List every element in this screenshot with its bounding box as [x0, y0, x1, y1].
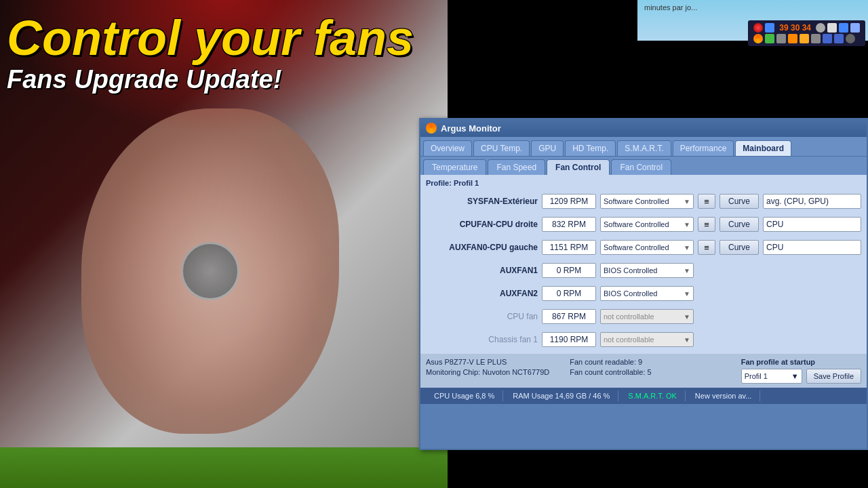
- rpm-cpufan-sys: 867 RPM: [542, 309, 596, 324]
- argus-window: Argus Monitor Overview CPU Temp. GPU HD …: [419, 118, 868, 450]
- tray-icon-blue: [765, 23, 774, 33]
- tab-overview[interactable]: Overview: [423, 140, 472, 156]
- curve-button-sysfan[interactable]: Curve: [719, 194, 759, 209]
- chevron-down-icon: ▼: [684, 290, 690, 298]
- profile-value: Profil 1: [745, 372, 768, 380]
- smart-status: S.M.A.R.T. OK: [620, 390, 686, 401]
- control-select-auxfan2[interactable]: BIOS Controlled ▼: [600, 286, 694, 301]
- fan-name-sysfan: SYSFAN-Extérieur: [426, 197, 538, 206]
- cpu-usage-status: CPU Usage 6,8 %: [426, 390, 503, 401]
- tab-gpu[interactable]: GPU: [531, 140, 564, 156]
- tray-icon-shield: [827, 23, 837, 33]
- tray-icon-flame: [753, 23, 763, 33]
- fan-image: [81, 108, 339, 434]
- startup-row: Profil 1 ▼ Save Profile: [741, 369, 861, 384]
- chevron-down-icon: ▼: [684, 221, 690, 228]
- tab2-temperature[interactable]: Temperature: [423, 159, 486, 175]
- save-profile-button[interactable]: Save Profile: [806, 369, 861, 384]
- tab-hd-temp[interactable]: HD Temp.: [565, 140, 616, 156]
- tray-icon-gray2: [811, 34, 821, 43]
- table-row: CPUFAN-CPU droite 832 RPM Software Contr…: [426, 214, 861, 235]
- table-row: Chassis fan 1 1190 RPM not controllable …: [426, 329, 861, 350]
- window-titlebar: Argus Monitor: [420, 119, 867, 137]
- tray-numbers: 39 30 34: [779, 23, 811, 33]
- profile-dropdown[interactable]: Profil 1 ▼: [741, 369, 802, 384]
- source-cpufan: CPU: [763, 217, 861, 232]
- chevron-down-icon: ▼: [684, 244, 690, 251]
- startup-section: Fan profile at startup Profil 1 ▼ Save P…: [741, 358, 861, 384]
- fan-rows: SYSFAN-Extérieur 1209 RPM Software Contr…: [426, 191, 861, 350]
- fan-name-cpufan: CPUFAN-CPU droite: [426, 220, 538, 229]
- main-content-area: Profile: Profil 1 SYSFAN-Extérieur 1209 …: [420, 175, 867, 354]
- ram-usage-status: RAM Usage 14,69 GB / 46 %: [505, 390, 618, 401]
- tab-smart[interactable]: S.M.A.R.T.: [617, 140, 671, 156]
- tray-icon-gray: [776, 34, 786, 43]
- app-icon: [426, 123, 437, 134]
- subtitle: Fans Upgrade Update!: [7, 65, 414, 94]
- control-select-auxfan1[interactable]: BIOS Controlled ▼: [600, 263, 694, 278]
- fan-count-info: Fan count readable: 9 Fan count controll…: [570, 358, 651, 376]
- rpm-chassis: 1190 RPM: [542, 332, 596, 347]
- profile-label: Profile: Profil 1: [426, 179, 861, 187]
- tab-cpu-temp[interactable]: CPU Temp.: [473, 140, 530, 156]
- rpm-auxfan1: 0 RPM: [542, 263, 596, 278]
- source-sysfan: avg. (CPU, GPU): [763, 194, 861, 209]
- fan-name-auxfan0: AUXFAN0-CPU gauche: [426, 243, 538, 252]
- monitoring-chip: Monitoring Chip: Nuvoton NCT6779D: [426, 368, 549, 376]
- chevron-down-icon: ▼: [684, 267, 690, 274]
- tab-mainboard[interactable]: Mainboard: [735, 140, 791, 156]
- fan-name-auxfan2: AUXFAN2: [426, 289, 538, 298]
- fan-name-auxfan1: AUXFAN1: [426, 266, 538, 275]
- settings-button-sysfan[interactable]: ≡: [698, 194, 715, 209]
- fan-count-controllable: Fan count controllable: 5: [570, 368, 651, 376]
- rpm-sysfan: 1209 RPM: [542, 194, 596, 209]
- source-auxfan0: CPU: [763, 240, 861, 255]
- tab2-fan-control-2[interactable]: Fan Control: [611, 159, 671, 175]
- tab2-fan-speed[interactable]: Fan Speed: [488, 159, 545, 175]
- settings-button-cpufan[interactable]: ≡: [698, 217, 715, 232]
- tray-icon-speaker: [846, 34, 855, 43]
- app-title: Argus Monitor: [441, 123, 501, 134]
- curve-button-auxfan0[interactable]: Curve: [719, 240, 759, 255]
- tray-icon-network: [839, 23, 848, 33]
- bottom-info-bar: Asus P8Z77-V LE PLUS Monitoring Chip: Nu…: [420, 354, 867, 388]
- rpm-cpufan: 832 RPM: [542, 217, 596, 232]
- main-title: Control your fans: [7, 14, 414, 62]
- control-select-auxfan0[interactable]: Software Controlled ▼: [600, 240, 694, 255]
- startup-label: Fan profile at startup: [741, 358, 861, 366]
- tray-icon-orange: [788, 34, 797, 43]
- tab-performance[interactable]: Performance: [673, 140, 734, 156]
- table-row: AUXFAN1 0 RPM BIOS Controlled ▼: [426, 260, 861, 281]
- chevron-down-icon: ▼: [791, 372, 799, 380]
- tray-icon-app: [850, 23, 860, 33]
- board-info: Asus P8Z77-V LE PLUS Monitoring Chip: Nu…: [426, 358, 549, 376]
- chevron-down-icon: ▼: [684, 336, 690, 344]
- control-select-chassis: not controllable ▼: [600, 332, 694, 347]
- tray-icon-argus: [753, 34, 763, 43]
- tab2-fan-control-1[interactable]: Fan Control: [547, 159, 610, 175]
- fan-name-chassis: Chassis fan 1: [426, 335, 538, 344]
- settings-button-auxfan0[interactable]: ≡: [698, 240, 715, 255]
- title-overlay: Control your fans Fans Upgrade Update!: [7, 14, 414, 94]
- fan-name-cpufan-sys: CPU fan: [426, 312, 538, 321]
- tray-icon-green: [765, 34, 774, 43]
- status-bar: CPU Usage 6,8 % RAM Usage 14,69 GB / 46 …: [420, 388, 867, 404]
- control-select-sysfan[interactable]: Software Controlled ▼: [600, 194, 694, 209]
- table-row: SYSFAN-Extérieur 1209 RPM Software Contr…: [426, 191, 861, 211]
- table-row: CPU fan 867 RPM not controllable ▼: [426, 306, 861, 327]
- bottom-green-bar: [0, 447, 448, 488]
- tab-bar-sub: Temperature Fan Speed Fan Control Fan Co…: [420, 156, 867, 175]
- chevron-down-icon: ▼: [684, 313, 690, 321]
- rpm-auxfan2: 0 RPM: [542, 286, 596, 301]
- chevron-down-icon: ▼: [684, 198, 690, 205]
- control-select-cpufan[interactable]: Software Controlled ▼: [600, 217, 694, 232]
- curve-button-cpufan[interactable]: Curve: [719, 217, 759, 232]
- taskbar-text: minutes par jo...: [644, 3, 697, 12]
- tab-bar-main: Overview CPU Temp. GPU HD Temp. S.M.A.R.…: [420, 137, 867, 156]
- taskbar-area: minutes par jo... 39 30 34: [637, 0, 868, 41]
- fan-count-readable: Fan count readable: 9: [570, 358, 651, 366]
- table-row: AUXFAN0-CPU gauche 1151 RPM Software Con…: [426, 237, 861, 258]
- tray-icon-mic: [816, 23, 825, 33]
- rpm-auxfan0: 1151 RPM: [542, 240, 596, 255]
- new-version-status: New version av...: [687, 390, 761, 401]
